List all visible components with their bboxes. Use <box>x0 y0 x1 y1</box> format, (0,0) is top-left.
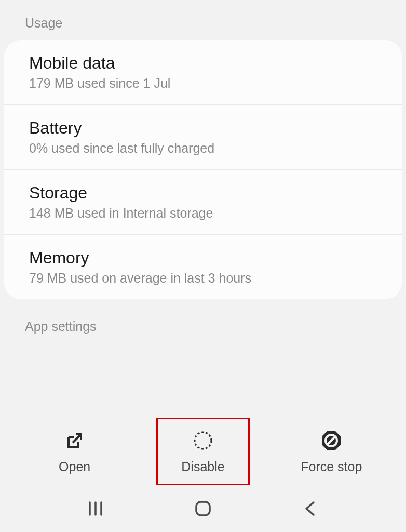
force-stop-icon <box>320 429 343 452</box>
home-icon <box>193 498 213 519</box>
action-bar: Open Disable Force stop <box>0 418 406 485</box>
force-stop-button[interactable]: Force stop <box>285 418 378 485</box>
item-title: Storage <box>29 183 377 203</box>
item-subtitle: 0% used since last fully charged <box>29 141 377 156</box>
disable-button[interactable]: Disable <box>156 418 250 485</box>
home-button[interactable] <box>187 493 219 524</box>
recents-button[interactable] <box>80 493 111 524</box>
battery-item[interactable]: Battery 0% used since last fully charged <box>4 105 402 170</box>
open-icon <box>63 429 86 452</box>
item-subtitle: 179 MB used since 1 Jul <box>29 76 377 91</box>
usage-card: Mobile data 179 MB used since 1 Jul Batt… <box>4 40 402 299</box>
recents-icon <box>86 499 105 518</box>
svg-point-0 <box>195 432 211 449</box>
item-title: Battery <box>29 118 377 138</box>
app-settings-section-header: App settings <box>0 299 406 334</box>
open-button[interactable]: Open <box>28 418 121 485</box>
action-label: Disable <box>181 459 224 474</box>
navigation-bar <box>0 485 406 532</box>
item-title: Memory <box>29 248 377 268</box>
memory-item[interactable]: Memory 79 MB used on average in last 3 h… <box>4 235 402 299</box>
item-subtitle: 79 MB used on average in last 3 hours <box>29 271 377 286</box>
disable-icon <box>192 429 214 452</box>
mobile-data-item[interactable]: Mobile data 179 MB used since 1 Jul <box>4 40 402 105</box>
item-subtitle: 148 MB used in Internal storage <box>29 206 377 221</box>
back-icon <box>301 499 320 518</box>
usage-section-header: Usage <box>0 0 406 40</box>
svg-rect-6 <box>196 502 210 515</box>
back-button[interactable] <box>295 493 326 524</box>
action-label: Open <box>59 459 90 474</box>
action-label: Force stop <box>301 459 362 474</box>
item-title: Mobile data <box>29 54 377 73</box>
storage-item[interactable]: Storage 148 MB used in Internal storage <box>4 170 402 235</box>
